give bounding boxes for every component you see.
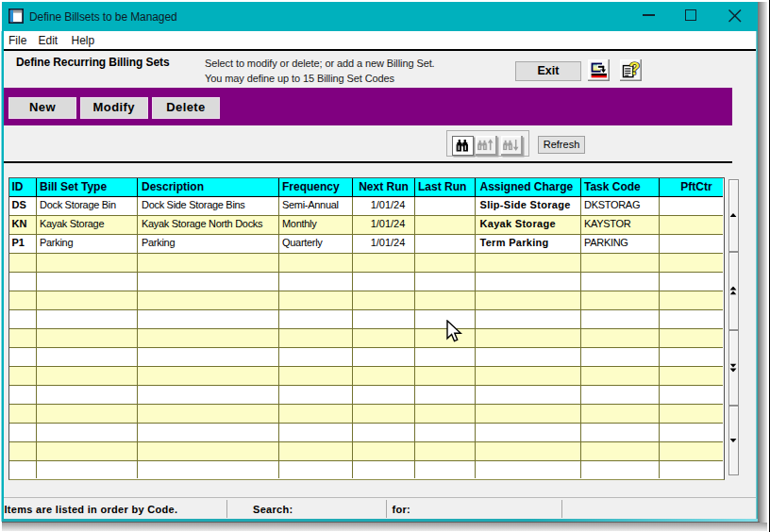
- svg-text:?: ?: [629, 59, 640, 78]
